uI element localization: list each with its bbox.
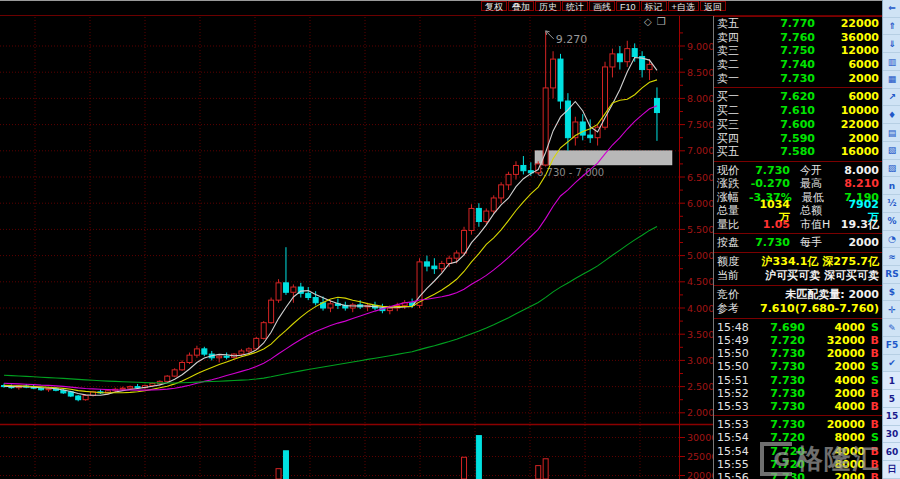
toolbar-button-复权[interactable]: 复权 [481, 1, 507, 11]
tick-side: B [865, 334, 879, 347]
toolbar-button-统计[interactable]: 统计 [562, 1, 588, 11]
toolbar-button-返回[interactable]: 返回 [700, 1, 726, 11]
quota-label: 额度 [717, 255, 751, 269]
draw-icon[interactable]: ✎ [883, 319, 900, 337]
ask-row[interactable]: 卖五7.77022000 [714, 17, 882, 31]
period-5[interactable]: 5 [883, 390, 900, 408]
top-toolbar: 复权叠加历史统计画线F10标记+自选返回 [0, 0, 900, 16]
ask-label: 卖四 [717, 31, 759, 45]
board-lot-row: 按盘7.730每手2000 [714, 236, 882, 250]
back-icon[interactable]: ⇐ [883, 0, 900, 18]
period-1[interactable]: 1 [883, 372, 900, 390]
diamond-marker-icon[interactable]: ◇ [644, 16, 657, 27]
tick-time: 15:50 [717, 347, 753, 360]
tick-time: 15:54 [717, 445, 753, 458]
tick-qty: 32000 [805, 334, 865, 347]
tick-side: B [865, 400, 879, 413]
quote-value: 8.210 [838, 177, 879, 191]
ask-row[interactable]: 卖一7.7302000 [714, 72, 882, 86]
indicator-n-icon[interactable]: n [883, 177, 900, 195]
quote-label: 涨跌 [717, 177, 749, 191]
svg-text:25000: 25000 [687, 451, 713, 462]
bid-price: 7.620 [759, 90, 815, 104]
confirm-icon[interactable]: ✔ [883, 355, 900, 373]
clock-icon[interactable]: ◔ [883, 231, 900, 249]
toolbar-button-+自选[interactable]: +自选 [668, 1, 699, 11]
tick-qty: 20000 [805, 418, 865, 431]
toolbar-button-标记[interactable]: 标记 [641, 1, 667, 11]
period-30[interactable]: 30 [883, 426, 900, 444]
toolbar-button-叠加[interactable]: 叠加 [508, 1, 534, 11]
period-60[interactable]: 60 [883, 443, 900, 461]
ask-row[interactable]: 卖三7.75012000 [714, 44, 882, 58]
ask-qty: 22000 [815, 17, 879, 31]
rsi-icon[interactable]: RS [883, 266, 900, 284]
percent-icon[interactable]: % [883, 213, 900, 231]
tick-price: 7.730 [753, 471, 805, 479]
move-icon[interactable]: ✛ [883, 301, 900, 319]
blocks-icon[interactable]: ▧ [883, 142, 900, 160]
bid-row[interactable]: 买二7.61010000 [714, 104, 882, 118]
ask-qty: 36000 [815, 31, 879, 45]
tick-side: B [865, 418, 879, 431]
layers-icon[interactable]: ▨ [883, 160, 900, 178]
split-icon[interactable]: ½ [883, 195, 900, 213]
bid-label: 买一 [717, 90, 759, 104]
tick-qty: 4000 [805, 321, 865, 334]
quote-board-icon[interactable]: ▤ [883, 124, 900, 142]
tick-side: B [865, 458, 879, 471]
bid-row[interactable]: 买三7.60022000 [714, 118, 882, 132]
svg-text:5.000: 5.000 [687, 250, 713, 261]
quota-label: 当前 [717, 269, 751, 283]
window-marker-icon[interactable]: ❐ [657, 16, 671, 27]
auction-label: 参考 [717, 302, 751, 316]
kline-chart[interactable]: 9.0008.5008.0007.5007.0006.5006.0005.500… [0, 0, 713, 479]
tick-price: 7.730 [753, 387, 805, 400]
bid-row[interactable]: 买一7.6206000 [714, 90, 882, 104]
bid-row[interactable]: 买五7.58016000 [714, 145, 882, 159]
tick-side: S [865, 374, 879, 387]
toolbar-button-历史[interactable]: 历史 [535, 1, 561, 11]
toolbar-button-F10[interactable]: F10 [616, 1, 640, 11]
tick-qty: 2000 [805, 387, 865, 400]
quote-label: 总额 [800, 204, 838, 218]
svg-text:20000: 20000 [687, 470, 713, 479]
toolbar-buttons: 复权叠加历史统计画线F10标记+自选返回 [481, 1, 726, 11]
bid-price: 7.580 [759, 145, 815, 159]
ask-row[interactable]: 卖四7.76036000 [714, 31, 882, 45]
quote-label: 涨幅 [717, 191, 749, 205]
toolbar-button-画线[interactable]: 画线 [589, 1, 615, 11]
ask-label: 卖五 [717, 17, 759, 31]
quote-value: 7.730 [749, 164, 790, 178]
tick-row: 15:537.73020000B [714, 418, 882, 431]
quote-summary: 现价7.730今开8.000涨跌-0.270最高8.210涨幅-3.37%最低7… [714, 164, 882, 232]
tick-qty: 8000 [805, 431, 865, 444]
chart-columns-icon[interactable]: ▦ [883, 71, 900, 89]
ask-row[interactable]: 卖二7.7406000 [714, 58, 882, 72]
quote-value: -0.270 [749, 177, 790, 191]
tick-qty: 4000 [805, 445, 865, 458]
money-icon[interactable]: $ [883, 284, 900, 302]
period-日[interactable]: 日 [883, 461, 900, 479]
page-down-icon[interactable]: ⇓ [883, 35, 900, 53]
bid-qty: 16000 [815, 145, 879, 159]
ask-qty: 6000 [815, 58, 879, 72]
page-up-icon[interactable]: ⇑ [883, 18, 900, 36]
wave-icon[interactable]: ≈ [883, 248, 900, 266]
svg-text:6.500: 6.500 [687, 172, 713, 183]
tick-side: B [865, 445, 879, 458]
period-15[interactable]: 15 [883, 408, 900, 426]
time-and-sales[interactable]: 15:487.6904000S15:497.72032000B15:507.73… [714, 321, 882, 479]
chart-bars-icon[interactable]: ▥ [883, 53, 900, 71]
tick-price: 7.730 [753, 374, 805, 387]
quote-row: 量比1.05市值H19.3亿 [714, 218, 882, 232]
bid-qty: 22000 [815, 118, 879, 132]
lot-size: 2000 [838, 236, 879, 250]
kline-chart-svg[interactable]: 9.0008.5008.0007.5007.0006.5006.0005.500… [0, 0, 713, 479]
refresh-icon[interactable]: F5 [883, 337, 900, 355]
kline-icon[interactable]: ♦ [883, 106, 900, 124]
tick-side: B [865, 387, 879, 400]
svg-text:8.500: 8.500 [687, 67, 713, 78]
trend-line-icon[interactable]: ↗ [883, 89, 900, 107]
bid-row[interactable]: 买四7.5902000 [714, 132, 882, 146]
